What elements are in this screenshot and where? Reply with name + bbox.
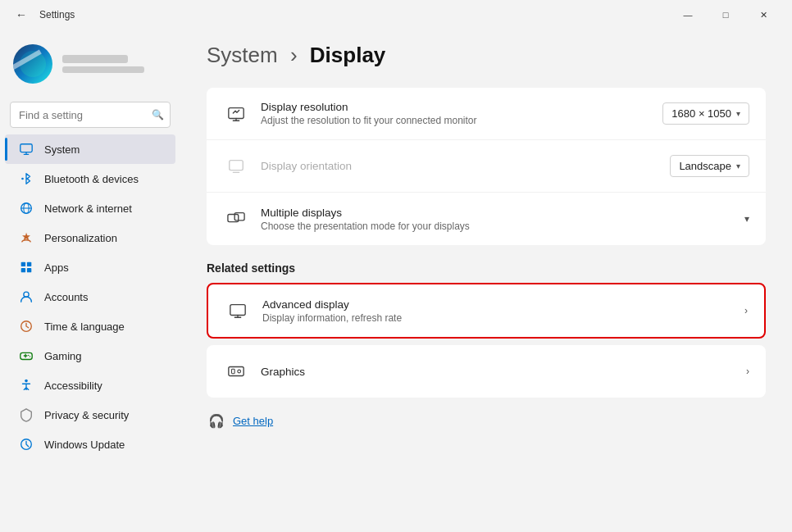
breadcrumb-parent: System [207, 43, 278, 67]
chevron-down-icon: ▾ [736, 161, 740, 171]
avatar [13, 44, 52, 84]
svg-rect-21 [229, 367, 244, 376]
personalization-icon [18, 230, 34, 246]
resolution-title: Display resolution [261, 101, 662, 113]
get-help-text[interactable]: Get help [233, 415, 273, 427]
breadcrumb-current: Display [310, 43, 386, 67]
resolution-desc: Adjust the resolution to fit your connec… [261, 115, 662, 126]
settings-row-advanced-display[interactable]: Advanced display Display information, re… [208, 284, 764, 337]
sidebar-item-update[interactable]: Windows Update [5, 430, 175, 459]
search-box: 🔍 [10, 102, 171, 128]
privacy-icon [18, 407, 34, 423]
sidebar-item-accounts[interactable]: Accounts [5, 282, 175, 311]
sidebar-item-label: Time & language [44, 321, 162, 333]
sidebar-item-system[interactable]: System [5, 134, 175, 164]
sidebar: 🔍 System Bluetooth & devices Network & i… [0, 30, 180, 532]
breadcrumb: System › Display [207, 43, 766, 68]
time-icon [18, 318, 34, 334]
svg-rect-22 [232, 369, 235, 374]
orientation-dropdown[interactable]: Landscape ▾ [670, 155, 749, 177]
monitor-resolution-icon [223, 101, 249, 127]
svg-point-13 [30, 356, 30, 357]
resolution-dropdown[interactable]: 1680 × 1050 ▾ [662, 102, 749, 125]
sidebar-item-personalization[interactable]: Personalization [5, 223, 175, 252]
nav-list: System Bluetooth & devices Network & int… [0, 134, 180, 459]
user-profile[interactable] [0, 36, 180, 92]
related-settings-container: Advanced display Display information, re… [207, 283, 766, 398]
sidebar-item-bluetooth[interactable]: Bluetooth & devices [5, 164, 175, 193]
sidebar-item-label: Gaming [44, 350, 162, 362]
svg-point-23 [238, 370, 241, 373]
svg-rect-7 [21, 268, 25, 272]
advanced-display-desc: Display information, refresh rate [262, 312, 744, 324]
sidebar-item-time[interactable]: Time & language [5, 311, 175, 341]
related-card-advanced-display: Advanced display Display information, re… [207, 283, 766, 339]
svg-rect-20 [230, 305, 245, 316]
titlebar: ← Settings — □ ✕ [0, 0, 792, 30]
display-orientation-icon [223, 153, 249, 180]
sidebar-item-label: Windows Update [44, 439, 162, 451]
graphics-title: Graphics [261, 366, 746, 378]
bluetooth-icon [18, 171, 34, 187]
settings-row-resolution[interactable]: Display resolution Adjust the resolution… [207, 88, 766, 140]
settings-row-multiple-displays[interactable]: Multiple displays Choose the presentatio… [207, 193, 766, 245]
sidebar-item-label: System [44, 143, 162, 156]
svg-rect-17 [230, 160, 244, 170]
sidebar-item-label: Bluetooth & devices [44, 173, 162, 185]
sidebar-item-label: Network & internet [44, 202, 162, 215]
page-header: System › Display [207, 43, 766, 68]
settings-row-graphics[interactable]: Graphics › [207, 345, 766, 398]
back-button[interactable]: ← [10, 3, 33, 26]
minimize-button[interactable]: — [669, 2, 707, 28]
sidebar-item-label: Privacy & security [44, 409, 162, 421]
settings-row-orientation[interactable]: Display orientation Landscape ▾ [207, 140, 766, 193]
maximize-button[interactable]: □ [707, 2, 744, 28]
sidebar-item-label: Apps [44, 261, 162, 274]
user-email [62, 66, 144, 73]
system-icon [18, 141, 34, 157]
svg-point-1 [21, 178, 24, 180]
close-button[interactable]: ✕ [744, 2, 782, 28]
accessibility-icon [18, 377, 34, 393]
accounts-icon [18, 289, 34, 305]
chevron-right-icon: › [744, 305, 748, 316]
orientation-title: Display orientation [261, 160, 670, 172]
sidebar-item-label: Personalization [44, 232, 162, 244]
chevron-down-icon: ▾ [744, 213, 749, 225]
chevron-down-icon: ▾ [736, 109, 740, 118]
search-icon: 🔍 [152, 109, 164, 120]
get-help-link[interactable]: 🎧 Get help [207, 411, 766, 430]
sidebar-item-label: Accounts [44, 291, 162, 303]
search-input[interactable] [10, 102, 171, 128]
help-icon: 🎧 [207, 411, 226, 430]
user-name [62, 55, 128, 63]
breadcrumb-separator: › [290, 43, 298, 67]
multiple-displays-icon [223, 206, 249, 232]
svg-rect-8 [27, 268, 31, 272]
advanced-display-title: Advanced display [262, 298, 744, 311]
sidebar-item-label: Accessibility [44, 380, 162, 392]
graphics-icon [223, 358, 249, 384]
main-layout: 🔍 System Bluetooth & devices Network & i… [0, 30, 792, 532]
apps-icon [18, 259, 34, 275]
multiple-displays-desc: Choose the presentation mode for your di… [261, 221, 744, 232]
orientation-value: Landscape [679, 160, 731, 172]
advanced-display-icon [225, 298, 251, 324]
sidebar-item-privacy[interactable]: Privacy & security [5, 400, 175, 430]
resolution-value: 1680 × 1050 [671, 107, 731, 120]
svg-rect-16 [229, 107, 244, 118]
content-area: System › Display Display resolution Adju… [180, 30, 792, 532]
gaming-icon [18, 348, 34, 364]
sidebar-item-apps[interactable]: Apps [5, 252, 175, 282]
sidebar-item-accessibility[interactable]: Accessibility [5, 371, 175, 400]
sidebar-item-gaming[interactable]: Gaming [5, 341, 175, 371]
main-settings-card: Display resolution Adjust the resolution… [207, 88, 766, 245]
sidebar-item-network[interactable]: Network & internet [5, 193, 175, 223]
update-icon [18, 436, 34, 452]
svg-point-14 [25, 380, 28, 383]
network-icon [18, 200, 34, 216]
svg-rect-5 [21, 262, 25, 266]
svg-rect-0 [20, 144, 32, 152]
related-settings-title: Related settings [207, 261, 766, 275]
svg-rect-6 [27, 262, 31, 266]
